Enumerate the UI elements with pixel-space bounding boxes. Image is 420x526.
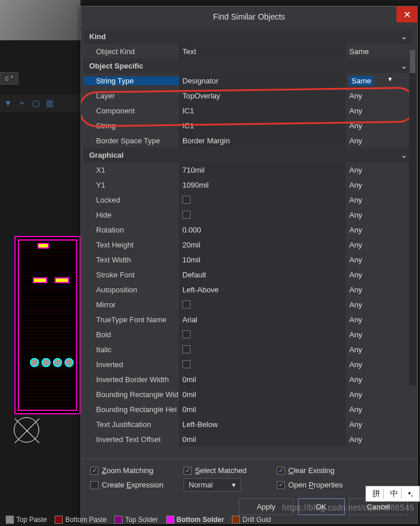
property-value[interactable] xyxy=(179,192,346,207)
property-row[interactable]: Stroke FontDefaultAny xyxy=(83,267,413,282)
property-value[interactable] xyxy=(179,207,346,222)
property-value[interactable]: 0.000 xyxy=(179,222,346,237)
pcb-preview[interactable] xyxy=(14,236,81,414)
match-mode[interactable]: Any xyxy=(346,390,398,399)
section-header[interactable]: Graphical⌄ xyxy=(83,148,413,162)
property-value[interactable] xyxy=(179,327,346,342)
match-mode[interactable]: Any xyxy=(346,270,398,279)
property-row[interactable]: LayerTopOverlayAny xyxy=(83,88,413,103)
filter-icon[interactable]: ▼ xyxy=(3,98,13,108)
match-mode[interactable]: Any xyxy=(346,405,398,414)
match-mode[interactable]: Any xyxy=(346,226,398,234)
match-mode[interactable]: Any xyxy=(346,435,398,444)
property-value[interactable]: 0mil xyxy=(179,372,346,387)
property-value[interactable]: Left-Above xyxy=(179,282,346,297)
property-row[interactable]: MirrorAny xyxy=(83,297,413,312)
match-mode[interactable]: Any xyxy=(346,375,398,384)
property-row[interactable]: Inverted Border Width0milAny xyxy=(83,372,413,387)
match-mode[interactable]: Any xyxy=(346,345,398,354)
property-value[interactable] xyxy=(179,297,346,312)
property-value[interactable]: 0mil xyxy=(179,387,346,402)
checkbox-icon[interactable] xyxy=(182,196,190,204)
match-mode[interactable]: Any xyxy=(346,285,398,294)
property-value[interactable]: 0mil xyxy=(179,402,346,417)
match-mode[interactable]: Any xyxy=(346,300,398,309)
mask-mode-select[interactable]: Normal▾ xyxy=(184,478,270,491)
property-value[interactable]: Arial xyxy=(179,312,346,327)
layers-bar[interactable]: Top Paste Bottom Paste Top Solder Bottom… xyxy=(6,516,414,524)
property-row[interactable]: LockedAny xyxy=(83,192,413,207)
property-row[interactable]: AutopositionLeft-AboveAny xyxy=(83,282,413,297)
match-mode[interactable]: Any xyxy=(346,256,398,264)
match-mode[interactable]: Any xyxy=(346,181,398,189)
property-row[interactable]: HideAny xyxy=(83,207,413,222)
property-row[interactable]: Object KindTextSame xyxy=(83,44,413,59)
property-value[interactable]: TopOverlay xyxy=(179,88,346,103)
checkbox-icon[interactable] xyxy=(182,300,190,308)
property-value[interactable]: Default xyxy=(179,267,346,282)
property-value[interactable]: Left-Below xyxy=(179,417,346,432)
property-row[interactable]: ItalicAny xyxy=(83,342,413,357)
scrollbar-thumb[interactable] xyxy=(410,50,415,73)
open-properties-checkbox[interactable]: Open Properties xyxy=(277,481,363,489)
property-value[interactable]: Border Margin xyxy=(179,133,346,148)
document-tab[interactable]: c * xyxy=(0,72,18,85)
property-value[interactable]: IC1 xyxy=(179,118,346,133)
select-icon[interactable]: ▢ xyxy=(31,98,40,108)
property-row[interactable]: Border Space TypeBorder MarginAny xyxy=(83,133,413,148)
match-mode[interactable]: Any xyxy=(346,420,398,429)
match-mode[interactable]: Any xyxy=(346,136,398,145)
dialog-titlebar[interactable]: Find Similar Objects ✕ xyxy=(81,6,417,27)
plus-icon[interactable]: + xyxy=(17,98,26,108)
property-row[interactable]: ComponentIC1Any xyxy=(83,103,413,118)
ime-indicator[interactable]: 拼中•, xyxy=(365,486,420,502)
property-row[interactable]: Bounding Rectangle Wid0milAny xyxy=(83,387,413,402)
property-value[interactable] xyxy=(179,342,346,357)
match-mode[interactable]: Any xyxy=(346,121,398,130)
property-value[interactable]: Designator xyxy=(179,73,346,88)
property-row[interactable]: Text JustificationLeft-BelowAny xyxy=(83,417,413,432)
section-header[interactable]: Kind⌄ xyxy=(83,29,413,44)
property-row[interactable]: Y11090milAny xyxy=(83,177,413,192)
match-mode[interactable]: Any xyxy=(346,106,398,115)
property-value[interactable]: IC1 xyxy=(179,103,346,118)
property-grid[interactable]: Kind⌄Object KindTextSameObject Specific⌄… xyxy=(81,27,417,459)
checkbox-icon[interactable] xyxy=(182,360,190,368)
property-value[interactable]: Text xyxy=(179,44,346,59)
match-mode[interactable]: Any xyxy=(346,360,398,369)
match-mode[interactable]: Same xyxy=(346,47,398,56)
match-mode[interactable]: Any xyxy=(346,330,398,339)
property-row[interactable]: Inverted Text Offset0milAny xyxy=(83,432,413,447)
property-row[interactable]: TrueType Font NameArialAny xyxy=(83,312,413,327)
property-value[interactable]: 10mil xyxy=(179,252,346,267)
property-row[interactable]: Rotation0.000Any xyxy=(83,222,413,237)
property-row[interactable]: Text Width10milAny xyxy=(83,252,413,267)
clear-existing-checkbox[interactable]: Clear Existing xyxy=(277,466,363,475)
create-expression-checkbox[interactable]: Create Expression xyxy=(90,481,177,489)
property-value[interactable]: 1090mil xyxy=(179,177,346,192)
select-matched-checkbox[interactable]: Select Matched xyxy=(184,466,270,475)
match-mode[interactable]: Any xyxy=(346,315,398,324)
checkbox-icon[interactable] xyxy=(182,330,190,338)
scrollbar[interactable] xyxy=(409,50,416,385)
property-row[interactable]: Bounding Rectangle Hei0milAny xyxy=(83,402,413,417)
property-row[interactable]: String TypeDesignatorSame▼ xyxy=(83,73,413,88)
property-value[interactable]: 0mil xyxy=(179,432,346,447)
chart-icon[interactable]: ▥ xyxy=(45,98,54,108)
property-row[interactable]: InvertedAny xyxy=(83,357,413,372)
property-value[interactable]: 710mil xyxy=(179,162,346,177)
checkbox-icon[interactable] xyxy=(182,345,190,353)
match-mode[interactable]: Any xyxy=(346,241,398,249)
match-mode[interactable]: Same▼ xyxy=(346,76,398,86)
property-row[interactable]: BoldAny xyxy=(83,327,413,342)
zoom-matching-checkbox[interactable]: Zoom Matching xyxy=(90,466,177,475)
property-value[interactable]: 20mil xyxy=(179,237,346,252)
match-mode[interactable]: Any xyxy=(346,166,398,174)
property-value[interactable] xyxy=(179,357,346,372)
checkbox-icon[interactable] xyxy=(182,211,190,219)
section-header[interactable]: Object Specific⌄ xyxy=(83,59,413,73)
property-row[interactable]: StringIC1Any xyxy=(83,118,413,133)
match-mode[interactable]: Any xyxy=(346,211,398,219)
close-button[interactable]: ✕ xyxy=(396,6,417,22)
match-mode[interactable]: Any xyxy=(346,92,398,100)
